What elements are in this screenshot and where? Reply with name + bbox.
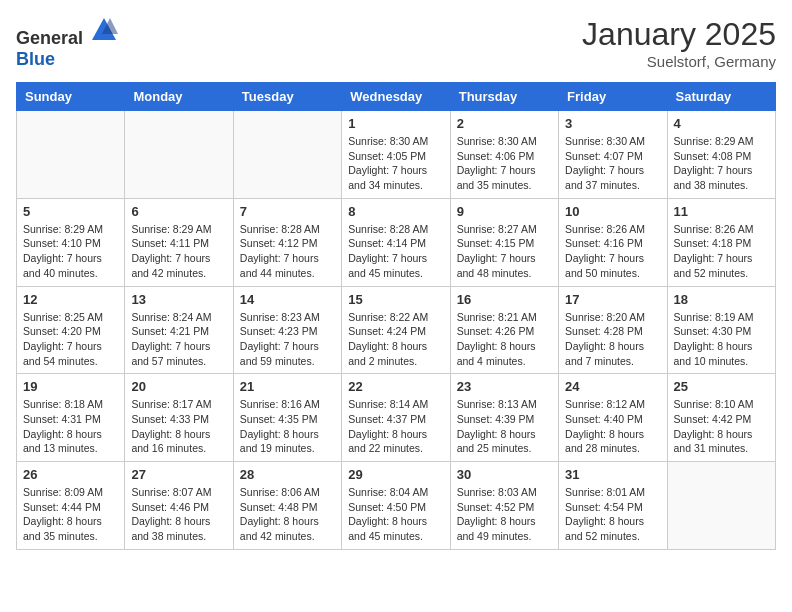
day-info: Sunrise: 8:30 AM Sunset: 4:06 PM Dayligh… xyxy=(457,134,552,193)
weekday-header-thursday: Thursday xyxy=(450,83,558,111)
calendar-day-1: 1Sunrise: 8:30 AM Sunset: 4:05 PM Daylig… xyxy=(342,111,450,199)
calendar-day-10: 10Sunrise: 8:26 AM Sunset: 4:16 PM Dayli… xyxy=(559,198,667,286)
day-info: Sunrise: 8:27 AM Sunset: 4:15 PM Dayligh… xyxy=(457,222,552,281)
logo: General Blue xyxy=(16,16,118,70)
location-title: Suelstorf, Germany xyxy=(582,53,776,70)
calendar-day-21: 21Sunrise: 8:16 AM Sunset: 4:35 PM Dayli… xyxy=(233,374,341,462)
calendar-week-row: 5Sunrise: 8:29 AM Sunset: 4:10 PM Daylig… xyxy=(17,198,776,286)
day-info: Sunrise: 8:28 AM Sunset: 4:14 PM Dayligh… xyxy=(348,222,443,281)
day-number: 31 xyxy=(565,467,660,482)
day-number: 19 xyxy=(23,379,118,394)
calendar-week-row: 1Sunrise: 8:30 AM Sunset: 4:05 PM Daylig… xyxy=(17,111,776,199)
day-info: Sunrise: 8:13 AM Sunset: 4:39 PM Dayligh… xyxy=(457,397,552,456)
calendar-day-14: 14Sunrise: 8:23 AM Sunset: 4:23 PM Dayli… xyxy=(233,286,341,374)
calendar-day-empty xyxy=(233,111,341,199)
title-section: January 2025 Suelstorf, Germany xyxy=(582,16,776,70)
day-info: Sunrise: 8:23 AM Sunset: 4:23 PM Dayligh… xyxy=(240,310,335,369)
day-info: Sunrise: 8:21 AM Sunset: 4:26 PM Dayligh… xyxy=(457,310,552,369)
calendar-day-17: 17Sunrise: 8:20 AM Sunset: 4:28 PM Dayli… xyxy=(559,286,667,374)
day-number: 1 xyxy=(348,116,443,131)
day-info: Sunrise: 8:17 AM Sunset: 4:33 PM Dayligh… xyxy=(131,397,226,456)
weekday-header-wednesday: Wednesday xyxy=(342,83,450,111)
day-number: 16 xyxy=(457,292,552,307)
calendar-day-24: 24Sunrise: 8:12 AM Sunset: 4:40 PM Dayli… xyxy=(559,374,667,462)
day-number: 27 xyxy=(131,467,226,482)
calendar-day-31: 31Sunrise: 8:01 AM Sunset: 4:54 PM Dayli… xyxy=(559,462,667,550)
day-number: 10 xyxy=(565,204,660,219)
day-number: 17 xyxy=(565,292,660,307)
calendar-day-23: 23Sunrise: 8:13 AM Sunset: 4:39 PM Dayli… xyxy=(450,374,558,462)
logo-blue: Blue xyxy=(16,49,55,69)
weekday-header-monday: Monday xyxy=(125,83,233,111)
calendar-week-row: 12Sunrise: 8:25 AM Sunset: 4:20 PM Dayli… xyxy=(17,286,776,374)
day-info: Sunrise: 8:09 AM Sunset: 4:44 PM Dayligh… xyxy=(23,485,118,544)
day-number: 28 xyxy=(240,467,335,482)
day-number: 9 xyxy=(457,204,552,219)
day-info: Sunrise: 8:22 AM Sunset: 4:24 PM Dayligh… xyxy=(348,310,443,369)
calendar-day-20: 20Sunrise: 8:17 AM Sunset: 4:33 PM Dayli… xyxy=(125,374,233,462)
day-info: Sunrise: 8:29 AM Sunset: 4:11 PM Dayligh… xyxy=(131,222,226,281)
day-info: Sunrise: 8:30 AM Sunset: 4:05 PM Dayligh… xyxy=(348,134,443,193)
weekday-header-friday: Friday xyxy=(559,83,667,111)
day-number: 5 xyxy=(23,204,118,219)
day-number: 3 xyxy=(565,116,660,131)
day-number: 23 xyxy=(457,379,552,394)
day-info: Sunrise: 8:14 AM Sunset: 4:37 PM Dayligh… xyxy=(348,397,443,456)
day-info: Sunrise: 8:10 AM Sunset: 4:42 PM Dayligh… xyxy=(674,397,769,456)
day-number: 20 xyxy=(131,379,226,394)
day-info: Sunrise: 8:25 AM Sunset: 4:20 PM Dayligh… xyxy=(23,310,118,369)
weekday-header-saturday: Saturday xyxy=(667,83,775,111)
day-number: 14 xyxy=(240,292,335,307)
day-info: Sunrise: 8:20 AM Sunset: 4:28 PM Dayligh… xyxy=(565,310,660,369)
logo-general: General xyxy=(16,28,83,48)
day-number: 29 xyxy=(348,467,443,482)
day-info: Sunrise: 8:03 AM Sunset: 4:52 PM Dayligh… xyxy=(457,485,552,544)
day-number: 7 xyxy=(240,204,335,219)
day-number: 6 xyxy=(131,204,226,219)
day-info: Sunrise: 8:30 AM Sunset: 4:07 PM Dayligh… xyxy=(565,134,660,193)
page-header: General Blue January 2025 Suelstorf, Ger… xyxy=(16,16,776,70)
day-info: Sunrise: 8:01 AM Sunset: 4:54 PM Dayligh… xyxy=(565,485,660,544)
calendar-day-30: 30Sunrise: 8:03 AM Sunset: 4:52 PM Dayli… xyxy=(450,462,558,550)
calendar-day-22: 22Sunrise: 8:14 AM Sunset: 4:37 PM Dayli… xyxy=(342,374,450,462)
calendar-day-11: 11Sunrise: 8:26 AM Sunset: 4:18 PM Dayli… xyxy=(667,198,775,286)
calendar-day-29: 29Sunrise: 8:04 AM Sunset: 4:50 PM Dayli… xyxy=(342,462,450,550)
calendar-day-9: 9Sunrise: 8:27 AM Sunset: 4:15 PM Daylig… xyxy=(450,198,558,286)
calendar-table: SundayMondayTuesdayWednesdayThursdayFrid… xyxy=(16,82,776,550)
day-info: Sunrise: 8:04 AM Sunset: 4:50 PM Dayligh… xyxy=(348,485,443,544)
calendar-day-4: 4Sunrise: 8:29 AM Sunset: 4:08 PM Daylig… xyxy=(667,111,775,199)
day-info: Sunrise: 8:06 AM Sunset: 4:48 PM Dayligh… xyxy=(240,485,335,544)
day-number: 24 xyxy=(565,379,660,394)
day-info: Sunrise: 8:29 AM Sunset: 4:08 PM Dayligh… xyxy=(674,134,769,193)
day-info: Sunrise: 8:28 AM Sunset: 4:12 PM Dayligh… xyxy=(240,222,335,281)
weekday-header-sunday: Sunday xyxy=(17,83,125,111)
calendar-day-28: 28Sunrise: 8:06 AM Sunset: 4:48 PM Dayli… xyxy=(233,462,341,550)
calendar-day-12: 12Sunrise: 8:25 AM Sunset: 4:20 PM Dayli… xyxy=(17,286,125,374)
day-number: 18 xyxy=(674,292,769,307)
day-number: 25 xyxy=(674,379,769,394)
calendar-day-empty xyxy=(125,111,233,199)
day-info: Sunrise: 8:16 AM Sunset: 4:35 PM Dayligh… xyxy=(240,397,335,456)
day-number: 22 xyxy=(348,379,443,394)
calendar-day-18: 18Sunrise: 8:19 AM Sunset: 4:30 PM Dayli… xyxy=(667,286,775,374)
calendar-day-13: 13Sunrise: 8:24 AM Sunset: 4:21 PM Dayli… xyxy=(125,286,233,374)
weekday-header-tuesday: Tuesday xyxy=(233,83,341,111)
calendar-day-3: 3Sunrise: 8:30 AM Sunset: 4:07 PM Daylig… xyxy=(559,111,667,199)
day-info: Sunrise: 8:29 AM Sunset: 4:10 PM Dayligh… xyxy=(23,222,118,281)
calendar-day-empty xyxy=(667,462,775,550)
day-number: 4 xyxy=(674,116,769,131)
calendar-week-row: 19Sunrise: 8:18 AM Sunset: 4:31 PM Dayli… xyxy=(17,374,776,462)
calendar-day-6: 6Sunrise: 8:29 AM Sunset: 4:11 PM Daylig… xyxy=(125,198,233,286)
calendar-day-16: 16Sunrise: 8:21 AM Sunset: 4:26 PM Dayli… xyxy=(450,286,558,374)
day-info: Sunrise: 8:24 AM Sunset: 4:21 PM Dayligh… xyxy=(131,310,226,369)
day-number: 13 xyxy=(131,292,226,307)
day-info: Sunrise: 8:26 AM Sunset: 4:16 PM Dayligh… xyxy=(565,222,660,281)
day-number: 11 xyxy=(674,204,769,219)
logo-icon xyxy=(90,16,118,44)
day-number: 21 xyxy=(240,379,335,394)
day-info: Sunrise: 8:12 AM Sunset: 4:40 PM Dayligh… xyxy=(565,397,660,456)
calendar-day-8: 8Sunrise: 8:28 AM Sunset: 4:14 PM Daylig… xyxy=(342,198,450,286)
month-title: January 2025 xyxy=(582,16,776,53)
day-number: 12 xyxy=(23,292,118,307)
calendar-day-25: 25Sunrise: 8:10 AM Sunset: 4:42 PM Dayli… xyxy=(667,374,775,462)
